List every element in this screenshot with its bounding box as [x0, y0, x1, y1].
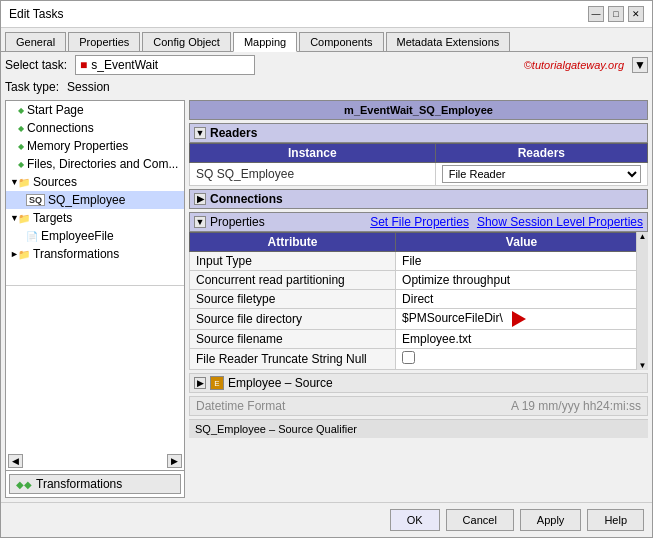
task-type-label: Task type: [5, 80, 59, 94]
apply-button[interactable]: Apply [520, 509, 582, 531]
table-row: Source file directory $PMSourceFileDir\ [190, 309, 648, 330]
tree-item-label: EmployeeFile [41, 229, 114, 243]
readers-row: SQ SQ_Employee File Reader [190, 163, 648, 186]
diamond-icon: ◆ [18, 124, 24, 133]
connections-label: Connections [210, 192, 283, 206]
main-content: ◆ Start Page ◆ Connections ◆ Memory Prop… [1, 96, 652, 502]
connections-collapse-button[interactable]: ▶ [194, 193, 206, 205]
task-type-row: Task type: Session [1, 78, 652, 96]
minimize-button[interactable]: — [588, 6, 604, 22]
employee-icon: E [210, 376, 224, 390]
prop-value-5 [396, 349, 648, 370]
employee-collapse-button[interactable]: ▶ [194, 377, 206, 389]
prop-value-2: Direct [396, 290, 648, 309]
tree-item-files[interactable]: ◆ Files, Directories and Com... [6, 155, 184, 173]
scroll-right-button[interactable]: ▶ [167, 454, 182, 468]
tree-item-label: Files, Directories and Com... [27, 157, 178, 171]
properties-collapse-button[interactable]: ▼ [194, 216, 206, 228]
datetime-value: A 19 mm/yyy hh24:mi:ss [511, 399, 641, 413]
task-dropdown[interactable]: ■ s_EventWait [75, 55, 255, 75]
show-session-level-link[interactable]: Show Session Level Properties [477, 215, 643, 229]
prop-value-0: File [396, 252, 648, 271]
tree-item-label: Connections [27, 121, 94, 135]
task-type-value: Session [67, 80, 110, 94]
readers-col-readers: Readers [435, 144, 647, 163]
connections-header: ▶ Connections [189, 189, 648, 209]
tree-item-connections[interactable]: ◆ Connections [6, 119, 184, 137]
truncate-string-checkbox[interactable] [402, 351, 415, 364]
tab-metadata[interactable]: Metadata Extensions [386, 32, 511, 51]
close-button[interactable]: ✕ [628, 6, 644, 22]
tree: ◆ Start Page ◆ Connections ◆ Memory Prop… [6, 101, 184, 285]
readers-collapse-button[interactable]: ▼ [194, 127, 206, 139]
window-controls: — □ ✕ [588, 6, 644, 22]
edit-tasks-window: Edit Tasks — □ ✕ General Properties Conf… [0, 0, 653, 538]
prop-value-4: Employee.txt [396, 330, 648, 349]
set-file-properties-link[interactable]: Set File Properties [370, 215, 469, 229]
diamond-icon: ◆ [18, 160, 24, 169]
table-row: File Reader Truncate String Null [190, 349, 648, 370]
properties-header: ▼ Properties Set File Properties Show Se… [189, 212, 648, 232]
readers-instance: SQ SQ_Employee [190, 163, 436, 186]
scroll-down-button[interactable]: ▼ [637, 361, 648, 370]
transformations-icon: ◆◆ [16, 479, 32, 490]
tree-item-employeefile[interactable]: 📄 EmployeeFile [6, 227, 184, 245]
scrollbar[interactable]: ▲ ▼ [636, 232, 648, 370]
datetime-row: Datetime Format A 19 mm/yyy hh24:mi:ss [189, 396, 648, 416]
ok-button[interactable]: OK [390, 509, 440, 531]
transformations-button[interactable]: ◆◆ Transformations [9, 474, 181, 494]
connections-section: ▶ Connections [189, 189, 648, 209]
task-icon: ■ [80, 58, 87, 72]
tab-config-object[interactable]: Config Object [142, 32, 231, 51]
tree-item-label: Transformations [33, 247, 119, 261]
tree-item-label: Start Page [27, 103, 84, 117]
readers-select[interactable]: File Reader [442, 165, 641, 183]
task-row: Select task: ■ s_EventWait ©tutorialgate… [1, 52, 652, 78]
scroll-up-button[interactable]: ▲ [637, 232, 648, 241]
tab-mapping[interactable]: Mapping [233, 32, 297, 52]
prop-attr-5: File Reader Truncate String Null [190, 349, 396, 370]
prop-attr-3: Source file directory [190, 309, 396, 330]
properties-links: Set File Properties Show Session Level P… [370, 215, 643, 229]
maximize-button[interactable]: □ [608, 6, 624, 22]
diamond-icon: ◆ [18, 106, 24, 115]
tab-properties[interactable]: Properties [68, 32, 140, 51]
readers-value[interactable]: File Reader [435, 163, 647, 186]
tab-components[interactable]: Components [299, 32, 383, 51]
tree-item-sq-employee[interactable]: SQ SQ_Employee [6, 191, 184, 209]
tab-bar: General Properties Config Object Mapping… [1, 28, 652, 52]
title-bar: Edit Tasks — □ ✕ [1, 1, 652, 28]
readers-label: Readers [210, 126, 257, 140]
readers-table: Instance Readers SQ SQ_Employee [189, 143, 648, 186]
prop-attr-4: Source filename [190, 330, 396, 349]
table-row: Input Type File [190, 252, 648, 271]
readers-col-instance: Instance [190, 144, 436, 163]
tree-item-label: Targets [33, 211, 72, 225]
properties-label: Properties [210, 215, 265, 229]
transformations-label: Transformations [36, 477, 122, 491]
properties-section: ▼ Properties Set File Properties Show Se… [189, 212, 648, 370]
folder-icon: 📁 [18, 177, 30, 188]
cancel-button[interactable]: Cancel [446, 509, 514, 531]
tree-item-startpage[interactable]: ◆ Start Page [6, 101, 184, 119]
readers-header: ▼ Readers [189, 123, 648, 143]
select-task-label: Select task: [5, 58, 67, 72]
tab-general[interactable]: General [5, 32, 66, 51]
sq-qualifier: SQ_Employee – Source Qualifier [189, 419, 648, 438]
tree-item-memory[interactable]: ◆ Memory Properties [6, 137, 184, 155]
prop-value-3: $PMSourceFileDir\ [396, 309, 648, 330]
tree-item-targets[interactable]: ▼ 📁 Targets [6, 209, 184, 227]
tree-item-transformations[interactable]: ► 📁 Transformations [6, 245, 184, 263]
task-dropdown-arrow[interactable]: ▼ [632, 57, 648, 73]
help-button[interactable]: Help [587, 509, 644, 531]
folder-icon: 📁 [18, 249, 30, 260]
left-panel-bottom: ◆◆ Transformations [6, 470, 184, 497]
scroll-left-button[interactable]: ◀ [8, 454, 23, 468]
left-panel: ◆ Start Page ◆ Connections ◆ Memory Prop… [5, 100, 185, 498]
diamond-icon: ◆ [18, 142, 24, 151]
prop-attr-2: Source filetype [190, 290, 396, 309]
table-row: Concurrent read partitioning Optimize th… [190, 271, 648, 290]
props-col-attr: Attribute [190, 233, 396, 252]
sq-badge: SQ [196, 167, 213, 181]
tree-item-sources[interactable]: ▼ 📁 Sources [6, 173, 184, 191]
